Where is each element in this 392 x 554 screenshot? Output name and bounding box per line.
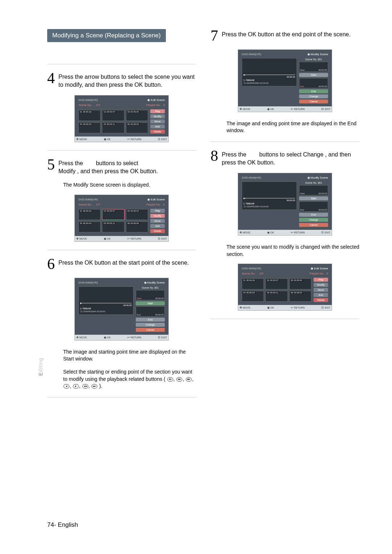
divider (47, 64, 196, 64)
start-thumb: Start00:00:00 (299, 62, 328, 72)
end-button: End (136, 318, 165, 322)
add-button: Add (150, 224, 165, 228)
return-icon (291, 107, 293, 111)
ok-icon (104, 336, 106, 339)
end-thumb: End00:00:00 (299, 201, 328, 212)
start-thumb: Start00:00:00 (299, 185, 328, 195)
exit-icon (321, 107, 324, 111)
preview-pane: 00:00:35 ▷ Natural 23/APR/2004 03:34:00 (242, 182, 297, 210)
move-button: Move (150, 219, 165, 223)
thumb: 0600:00:04 (126, 221, 148, 232)
add-button: Add (150, 125, 165, 129)
section-header: Modifying a Scene (Replacing a Scene) (47, 29, 166, 42)
thumb: 0300:00:04 (126, 110, 148, 121)
start-thumb: Start00:00:00 (136, 290, 165, 300)
side-tab: Editing (38, 358, 44, 376)
edit-scene-screen-5: DVD-RAM(VR) Edit Scene Scene No. 2/7 Pla… (74, 195, 169, 242)
step-4: 4 Press the arrow buttons to select the … (47, 72, 196, 89)
delete-button: Delete (314, 298, 328, 302)
start-button: Start (136, 301, 165, 305)
screen-mode: Edit Scene (151, 98, 165, 102)
thumb: 0300:00:04 (126, 209, 148, 220)
next-track-icon: ⏭ (186, 377, 192, 382)
step-number: 6 (47, 257, 55, 271)
delete-button: Delete (150, 130, 165, 134)
exit-icon (158, 237, 160, 240)
modify-scene-screen-7: DVD-RAM(VR) Modify Scene 00:00:35 ▷ Natu… (238, 49, 332, 112)
preview-pane: 00:00:35 ▷ Natural 23/APR/2004 03:34:00 (78, 286, 134, 315)
playlist-no-label: Playlist No. (146, 103, 161, 107)
scene-count: 2/7 (96, 103, 100, 107)
preview-pane: 00:00:35 ▷ Natural 23/APR/2004 03:34:00 (242, 58, 297, 86)
start-button: Start (299, 196, 328, 200)
divider (47, 397, 196, 398)
step-back-icon: ◂ (64, 384, 69, 388)
step-number: 5 (47, 158, 55, 175)
modify-scene-screen-6: DVD-RAM(VR) Modify Scene 00:00:35 ▷ Natu… (74, 278, 169, 341)
ok-icon (267, 306, 270, 309)
return-icon (291, 306, 293, 309)
left-column: Modifying a Scene (Replacing a Scene) 4 … (47, 29, 196, 405)
modify-button: Modify (150, 114, 165, 118)
move-button: Move (150, 119, 165, 123)
step-text: Press the buttons to select Modify , and… (58, 158, 158, 175)
ok-icon (104, 138, 106, 141)
change-button: Change (136, 323, 165, 327)
divider (211, 142, 359, 142)
start-button: Start (299, 73, 328, 77)
step-subtext: The image and ending point time are disp… (226, 120, 359, 134)
ok-icon (267, 231, 270, 234)
thumb: 0100:00:26 (78, 209, 101, 220)
disc-icon (147, 198, 151, 201)
prev-track-icon: ⏮ (176, 377, 182, 382)
thumb-selected: 0200:00:07 (102, 209, 124, 220)
cancel-button: Cancel (136, 328, 165, 332)
playlist-num: 2 (163, 103, 165, 107)
step-subtext: Select the starting or ending point of t… (63, 368, 196, 390)
thumb: 0600:00:04 (289, 291, 311, 302)
change-button: Change (299, 94, 328, 98)
end-button: End (299, 89, 328, 93)
thumb: 0400:00:03 (242, 291, 264, 302)
cancel-button: Cancel (299, 223, 328, 227)
clock-icon (244, 82, 246, 84)
page-footer: 74- English (47, 521, 78, 529)
exit-icon (158, 336, 160, 339)
step-number: 4 (47, 72, 55, 89)
disc-icon (307, 53, 311, 56)
divider (47, 150, 196, 151)
end-thumb: End00:00:00 (136, 306, 165, 317)
return-icon (127, 138, 130, 141)
modify-button: Modify (314, 283, 328, 287)
step-subtext: The image and starting point time are di… (63, 349, 196, 363)
move-icon (76, 336, 79, 339)
ok-icon (104, 237, 106, 240)
modify-scene-screen-8: DVD-RAM(VR) Modify Scene 00:00:35 ▷ Natu… (238, 173, 332, 236)
end-button: End (299, 213, 328, 217)
step-number: 8 (211, 149, 218, 166)
edit-scene-screen-4: DVD-RAM(VR) Edit Scene Scene No. 2/7 Pla… (74, 95, 169, 142)
exit-icon (158, 138, 160, 141)
ok-icon (267, 107, 270, 111)
delete-button: Delete (150, 229, 165, 233)
step-7: 7 Press the OK button at the end point o… (211, 29, 359, 43)
return-icon (127, 336, 130, 339)
step-text: Press the OK button at the start point o… (58, 257, 189, 271)
disc-icon (311, 267, 314, 270)
screen-title: DVD-RAM(VR) (78, 98, 98, 102)
play-button: Play (314, 278, 328, 282)
modify-button: Modify (150, 214, 165, 218)
play-pause-icon: ⏯ (167, 377, 173, 382)
add-button: Add (314, 293, 328, 297)
thumb: 0100:00:26 (78, 110, 101, 121)
rewind-icon: ◂◂ (82, 384, 88, 388)
return-icon (127, 237, 130, 240)
step-8: 8 Press the buttons to select Change , a… (211, 149, 359, 166)
move-icon (240, 231, 242, 234)
move-icon (240, 107, 242, 111)
disc-icon (307, 176, 311, 179)
clock-icon (244, 205, 246, 208)
step-number: 7 (211, 29, 218, 43)
step-subtext: The scene you want to modify is changed … (226, 244, 359, 258)
end-thumb: End00:00:00 (299, 78, 328, 88)
